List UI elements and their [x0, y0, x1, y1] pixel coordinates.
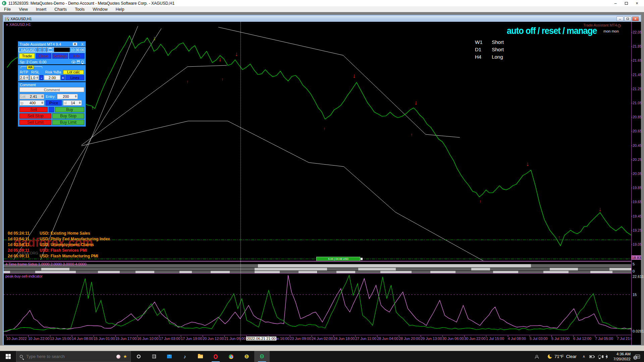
lot-input[interactable]: Lot2.41: [19, 94, 44, 99]
music-note-icon: ♪: [183, 354, 186, 359]
sidus-segment: [10, 271, 35, 274]
chart-window-titlebar[interactable]: XAGUSD,H1 – ×: [4, 16, 640, 22]
sidus-segment: [4, 271, 10, 274]
status-strip: [0, 345, 644, 351]
menu-item[interactable]: Insert: [32, 7, 50, 12]
tray-app-icon[interactable]: [598, 355, 601, 358]
panel-tab[interactable]: Close: [36, 53, 52, 59]
spread-label: Sp: 2 Com: 0.00: [20, 60, 70, 64]
panel-close-button[interactable]: X: [80, 42, 84, 46]
spinner-icon[interactable]: [41, 101, 43, 105]
speaker-icon[interactable]: [605, 355, 607, 358]
taskbar-task-view[interactable]: [146, 351, 162, 362]
taskbar-file-explorer[interactable]: [193, 351, 208, 362]
entry-input[interactable]: 200: [57, 94, 78, 99]
symbol-input[interactable]: [54, 48, 69, 52]
lines-button[interactable]: Lines: [65, 75, 84, 80]
time-axis[interactable]: 10 Jun 202210 Jun 22:0013 Jun 15:0014 Ju…: [4, 336, 631, 345]
battery-icon[interactable]: [589, 355, 594, 358]
auto-off-banner[interactable]: auto off / reset / manage: [507, 26, 604, 36]
moon-icon: [548, 354, 552, 359]
rtp-input[interactable]: 2.0: [19, 75, 29, 80]
price-chart-pane[interactable]: ▼ XAGUSD,H1 Trade Assistant MT4☹ auto of…: [4, 22, 631, 261]
spinner-icon[interactable]: [41, 94, 43, 99]
lot-entry-row: Lot2.41 Entry: 200: [18, 93, 86, 100]
risk-minus-button[interactable]: -: [40, 75, 43, 80]
search-input[interactable]: [25, 354, 114, 359]
menu-item[interactable]: Window: [89, 7, 111, 12]
people-icon[interactable]: [535, 355, 540, 358]
tp-input[interactable]: tp400: [19, 100, 44, 106]
risk-plus-button[interactable]: +: [61, 75, 65, 80]
taskbar-music[interactable]: ♪: [177, 351, 193, 362]
peak-scale-max: 22.6115: [633, 275, 644, 279]
sell-button[interactable]: Sell: [19, 107, 48, 112]
spinner-icon[interactable]: [78, 101, 81, 105]
comment-input[interactable]: Comment: [19, 87, 84, 92]
risk-input[interactable]: 2.00: [44, 75, 60, 80]
panel-tab[interactable]: Trade: [19, 53, 35, 59]
calendar-icon[interactable]: [77, 60, 80, 63]
taskbar-mt4[interactable]: Θ: [254, 351, 270, 362]
symbol-chip[interactable]: XAGUSD: [19, 48, 38, 52]
spinner-icon[interactable]: [36, 75, 38, 80]
sidus-indicator-pane[interactable]: 4 Time frame Sidus 1.0000 2.0000 3.0000 …: [4, 261, 631, 274]
open-folder-button[interactable]: [47, 48, 54, 52]
maximize-button[interactable]: [621, 0, 631, 6]
menu-item[interactable]: Tools: [71, 7, 89, 12]
menu-item[interactable]: View: [15, 7, 32, 12]
notification-icon[interactable]: 1: [635, 355, 640, 359]
next-symbol-button[interactable]: >: [42, 48, 46, 52]
menu-item[interactable]: Help: [112, 7, 128, 12]
sell-stop-button[interactable]: Sell Stop: [19, 113, 51, 119]
chart-restore-button[interactable]: [624, 16, 631, 21]
chart-minimize-button[interactable]: –: [616, 16, 624, 21]
taskbar-forex-app[interactable]: $: [239, 351, 254, 362]
spinner-icon[interactable]: [74, 94, 77, 99]
taskbar-mail[interactable]: [162, 351, 177, 362]
chrome-icon: [229, 354, 233, 359]
panel-tab[interactable]: Settings: [52, 53, 68, 59]
windows-logo-icon: [6, 354, 11, 359]
panel-tab[interactable]: Info: [69, 53, 85, 59]
lot-calc-button[interactable]: Lot calc: [63, 70, 84, 74]
peak-indicator-pane[interactable]: peak-buy-sell-indicator: [4, 274, 631, 335]
taskbar-cortana[interactable]: [131, 351, 146, 362]
price-scale[interactable]: 22.0521.8521.6521.4521.2521.0520.8520.65…: [631, 22, 641, 345]
tray-expand-icon[interactable]: ∧: [583, 354, 585, 359]
taskbar-search[interactable]: ★: [16, 351, 131, 362]
minimize-button[interactable]: –: [610, 0, 621, 6]
close-button[interactable]: ×: [632, 0, 642, 6]
sl-input[interactable]: sl14: [63, 100, 82, 106]
sell-limit-button[interactable]: Sell Limit: [19, 120, 51, 125]
server-time: 10:36:06: [70, 48, 85, 52]
order-mode-square[interactable]: [49, 107, 54, 112]
file-explorer-icon: [198, 355, 203, 358]
search-icon: [20, 355, 23, 358]
sidus-segment: [230, 271, 255, 274]
rsl-input[interactable]: 1.0: [30, 75, 39, 80]
time-axis-label: 28 Jun 20:00: [399, 337, 420, 341]
taskbar-clock[interactable]: 4:36 AM 7/20/2022: [610, 352, 634, 361]
taskbar: ★ ♪ $ Θ 71°F Clear ∧ 4:36 AM 7: [0, 351, 644, 362]
spinner-icon[interactable]: [26, 75, 28, 80]
taskbar-chrome[interactable]: [223, 351, 239, 362]
price-line-badge[interactable]: 9.44 | 04:48 USD: [316, 257, 360, 261]
price-scale-label: 20.85: [633, 115, 642, 119]
chart-close-button[interactable]: ×: [632, 16, 639, 21]
camera-icon[interactable]: [73, 43, 77, 46]
price-button[interactable]: Price: [46, 100, 62, 106]
time-axis-label: 23 Jun 09:00: [290, 337, 311, 341]
prev-symbol-button[interactable]: <: [38, 48, 42, 52]
bell-icon[interactable]: [81, 61, 84, 63]
menu-item[interactable]: Charts: [50, 7, 71, 12]
taskbar-opera[interactable]: [208, 351, 223, 362]
start-button[interactable]: [0, 351, 16, 362]
menu-item[interactable]: File: [0, 7, 15, 12]
buy-button[interactable]: Buy: [55, 107, 84, 112]
buy-limit-button[interactable]: Buy Limit: [52, 120, 84, 125]
taskbar-weather[interactable]: 71°F Clear: [544, 354, 580, 359]
buy-stop-button[interactable]: Buy Stop: [52, 113, 84, 119]
eye-icon[interactable]: [71, 61, 75, 63]
panel-titlebar[interactable]: Trade Assistant MT4 9.4 X: [18, 42, 86, 47]
